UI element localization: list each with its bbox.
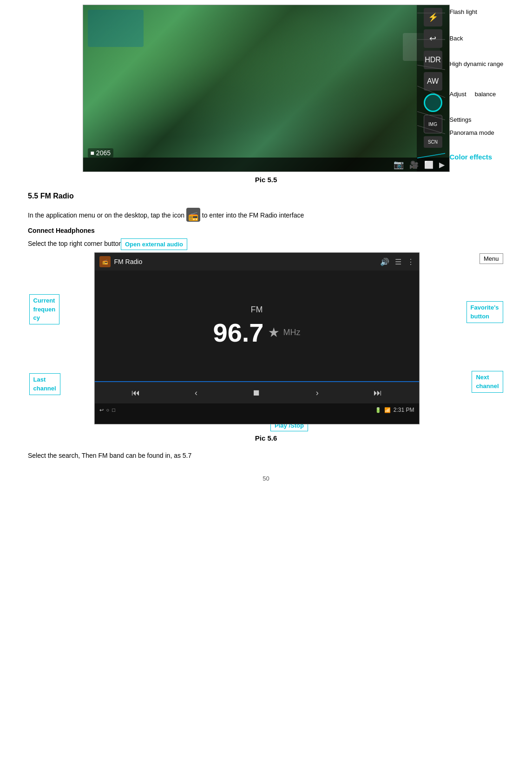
fm-frequency-display: 96.7 ★ MHz	[213, 317, 301, 348]
recents-nav-icon[interactable]: □	[112, 407, 115, 413]
fm-skip-back-button[interactable]: ⏮	[131, 388, 140, 398]
battery-icon: 🔋	[375, 407, 381, 413]
settings-label: Settings	[450, 116, 472, 124]
panorama-mode-label: Panorama mode	[450, 129, 494, 137]
fm-favorite-star[interactable]: ★	[269, 326, 279, 339]
fm-main-display: FM 96.7 ★ MHz	[95, 271, 419, 382]
camera-counter: ■ 2065	[88, 148, 114, 158]
intro-text-after: to enter into the FM Radio interface	[202, 211, 304, 219]
back-label: Back	[450, 35, 463, 43]
high-range-label: High dynamic range	[450, 60, 504, 68]
next-channel-label: Nextchannel	[476, 373, 499, 390]
camera-section: ⚡ ↩ HDR AW IMG SCN 📷 🎥 ⬜ ▶ ■ 2065	[28, 5, 504, 172]
flash-light-label: Flash light	[450, 8, 477, 16]
intro-text-before: In the application menu or on the deskto…	[28, 211, 184, 219]
signal-icon: 📶	[384, 407, 391, 413]
fm-stop-button[interactable]: ⏹	[252, 388, 261, 398]
menu-callout: Menu	[479, 253, 503, 264]
fm-app-title: FM Radio	[114, 258, 376, 265]
connect-section: Connect Headphones Select the top right …	[28, 225, 504, 249]
select-row: Select the top right corner button pic 5…	[28, 238, 504, 249]
fm-caption: Pic 5.6	[28, 434, 504, 442]
camera-caption: Pic 5.5	[28, 176, 504, 184]
fm-label: FM	[251, 305, 263, 315]
connect-headphones-label: Connect Headphones	[28, 225, 504, 236]
more-icon[interactable]: ⋮	[407, 257, 414, 266]
camera-screenshot: ⚡ ↩ HDR AW IMG SCN 📷 🎥 ⬜ ▶ ■ 2065	[83, 5, 450, 172]
menu-label: Menu	[484, 255, 499, 262]
back-nav-icon[interactable]: ↩	[99, 407, 104, 413]
favorites-label: Favorite'sbutton	[471, 304, 499, 320]
fm-screenshot-container: Currentfrequency Lastchannel 📻 FM Radio …	[28, 252, 504, 424]
last-channel-label: Lastchannel	[33, 376, 56, 392]
camera-bottom-bar: 📷 🎥 ⬜ ▶	[83, 158, 449, 172]
system-time: 2:31 PM	[394, 407, 414, 413]
fm-skip-fwd-button[interactable]: ⏭	[374, 388, 382, 398]
fm-section: Currentfrequency Lastchannel 📻 FM Radio …	[28, 252, 504, 431]
favorites-callout: Favorite'sbutton	[466, 301, 503, 323]
fm-top-icons: 🔊 ☰ ⋮	[380, 257, 414, 266]
fm-right-annotations: Menu Favorite'sbutton Nextchannel	[424, 252, 503, 424]
select-text: Select the top right corner button	[28, 240, 122, 247]
footer-text: Select the search, Then FM band can be f…	[28, 450, 504, 461]
fm-radio-app-icon	[186, 208, 200, 222]
last-channel-callout: Lastchannel	[29, 373, 60, 395]
next-channel-callout: Nextchannel	[472, 371, 503, 392]
fm-app-icon: 📻	[99, 256, 111, 267]
current-frequency-label: Currentfrequency	[33, 297, 56, 322]
color-effects-label: Color effects	[450, 152, 493, 162]
section-heading: 5.5 FM Radio	[28, 192, 504, 200]
fm-next-button[interactable]: ›	[316, 388, 319, 398]
adjust-balance-label: Adjust balance	[450, 91, 496, 99]
fm-system-bar: ↩ ○ □ 🔋 📶 2:31 PM	[95, 403, 419, 416]
volume-icon[interactable]: 🔊	[380, 257, 389, 266]
intro-paragraph: In the application menu or on the deskto…	[28, 209, 504, 223]
page-content: ⚡ ↩ HDR AW IMG SCN 📷 🎥 ⬜ ▶ ■ 2065	[0, 0, 532, 501]
list-icon[interactable]: ☰	[395, 257, 401, 266]
fm-mhz-label: MHz	[283, 328, 301, 337]
fm-screenshot: 📻 FM Radio 🔊 ☰ ⋮ FM 96.7 ★	[94, 252, 420, 424]
home-nav-icon[interactable]: ○	[106, 407, 110, 413]
fm-top-bar: 📻 FM Radio 🔊 ☰ ⋮	[95, 253, 419, 271]
fm-left-annotations: Currentfrequency Lastchannel	[29, 252, 90, 424]
fm-screenshot-wrapper: 📻 FM Radio 🔊 ☰ ⋮ FM 96.7 ★	[94, 252, 420, 424]
fm-frequency-line	[95, 381, 419, 382]
page-number: 50	[28, 475, 504, 482]
fm-controls-bar: ⏮ ‹ ⏹ › ⏭	[95, 382, 419, 403]
open-external-audio-callout: Open external audio	[121, 238, 187, 250]
fm-frequency-value: 96.7	[213, 317, 264, 348]
open-external-audio-box: Open external audio	[121, 238, 187, 250]
current-frequency-callout: Currentfrequency	[29, 294, 60, 324]
fm-prev-button[interactable]: ‹	[195, 388, 197, 398]
